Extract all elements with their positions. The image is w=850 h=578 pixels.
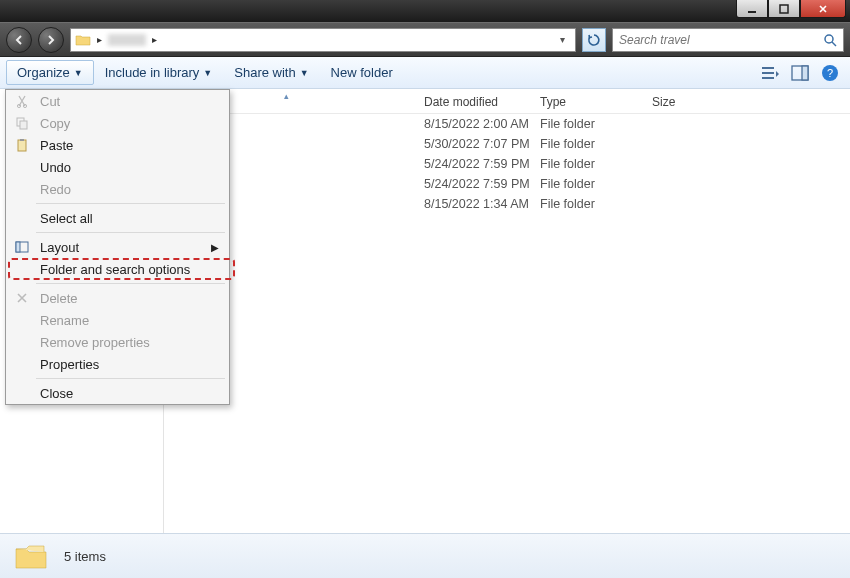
- breadcrumb-arrow-icon[interactable]: ▸: [150, 34, 159, 45]
- column-header-type[interactable]: Type: [540, 95, 652, 109]
- cell-date: 5/24/2022 7:59 PM: [424, 177, 540, 191]
- maximize-button[interactable]: [768, 0, 800, 18]
- address-dropdown-icon[interactable]: ▾: [553, 34, 571, 45]
- svg-line-3: [832, 42, 836, 46]
- chevron-down-icon: ▼: [300, 68, 309, 78]
- back-button[interactable]: [6, 27, 32, 53]
- svg-rect-14: [20, 121, 27, 129]
- status-item-count: 5 items: [64, 549, 106, 564]
- refresh-button[interactable]: [582, 28, 606, 52]
- search-icon: [823, 33, 837, 47]
- cell-type: File folder: [540, 137, 652, 151]
- cell-date: 5/24/2022 7:59 PM: [424, 157, 540, 171]
- menu-label: Close: [40, 386, 73, 401]
- close-button[interactable]: [800, 0, 846, 18]
- search-input[interactable]: [619, 33, 823, 47]
- menu-label: Cut: [40, 94, 60, 109]
- svg-text:?: ?: [827, 67, 833, 79]
- cell-type: File folder: [540, 157, 652, 171]
- svg-rect-8: [802, 66, 808, 80]
- status-bar: 5 items: [0, 533, 850, 578]
- copy-icon: [14, 115, 30, 131]
- menu-item-select-all[interactable]: Select all: [6, 207, 229, 229]
- menu-label: Folder and search options: [40, 262, 190, 277]
- svg-rect-18: [16, 242, 20, 252]
- navigation-bar: ▸ ▸ ▾: [0, 22, 850, 57]
- include-in-library-button[interactable]: Include in library ▼: [94, 60, 224, 85]
- menu-label: Rename: [40, 313, 89, 328]
- menu-item-layout[interactable]: Layout ▶: [6, 236, 229, 258]
- menu-item-rename[interactable]: Rename: [6, 309, 229, 331]
- table-row[interactable]: family 8/15/2022 2:00 AM File folder: [164, 114, 850, 134]
- menu-separator: [36, 203, 225, 204]
- svg-rect-15: [18, 140, 26, 151]
- share-label: Share with: [234, 65, 295, 80]
- chevron-down-icon: ▼: [203, 68, 212, 78]
- breadcrumb-item[interactable]: [108, 34, 146, 46]
- table-row[interactable]: 5/24/2022 7:59 PM File folder: [164, 154, 850, 174]
- menu-item-redo[interactable]: Redo: [6, 178, 229, 200]
- folder-icon: [14, 541, 48, 571]
- cell-date: 8/15/2022 2:00 AM: [424, 117, 540, 131]
- table-row[interactable]: 5/30/2022 7:07 PM File folder: [164, 134, 850, 154]
- layout-icon: [14, 239, 30, 255]
- search-box[interactable]: [612, 28, 844, 52]
- svg-rect-5: [762, 72, 774, 74]
- menu-item-folder-options[interactable]: Folder and search options: [6, 258, 229, 280]
- sort-indicator-icon: ▴: [284, 91, 289, 101]
- menu-item-cut[interactable]: Cut: [6, 90, 229, 112]
- menu-item-copy[interactable]: Copy: [6, 112, 229, 134]
- menu-item-undo[interactable]: Undo: [6, 156, 229, 178]
- menu-separator: [36, 378, 225, 379]
- help-button[interactable]: ?: [820, 63, 840, 83]
- cell-date: 5/30/2022 7:07 PM: [424, 137, 540, 151]
- file-rows: family 8/15/2022 2:00 AM File folder 5/3…: [164, 114, 850, 214]
- table-row[interactable]: 5/24/2022 7:59 PM File folder: [164, 174, 850, 194]
- address-bar[interactable]: ▸ ▸ ▾: [70, 28, 576, 52]
- menu-item-remove-properties[interactable]: Remove properties: [6, 331, 229, 353]
- file-list-pane[interactable]: ▴ Date modified Type Size family 8/15/20…: [164, 89, 850, 533]
- breadcrumb-arrow-icon[interactable]: ▸: [95, 34, 104, 45]
- delete-icon: [14, 290, 30, 306]
- include-label: Include in library: [105, 65, 200, 80]
- window-titlebar: [0, 0, 850, 22]
- menu-label: Undo: [40, 160, 71, 175]
- organize-menu: Cut Copy Paste Undo Redo Select all Layo…: [5, 89, 230, 405]
- newfolder-label: New folder: [331, 65, 393, 80]
- menu-label: Paste: [40, 138, 73, 153]
- organize-button[interactable]: Organize ▼: [6, 60, 94, 85]
- menu-item-close[interactable]: Close: [6, 382, 229, 404]
- column-headers[interactable]: ▴ Date modified Type Size: [164, 89, 850, 114]
- menu-label: Remove properties: [40, 335, 150, 350]
- menu-label: Copy: [40, 116, 70, 131]
- chevron-down-icon: ▼: [74, 68, 83, 78]
- cell-type: File folder: [540, 197, 652, 211]
- svg-rect-1: [780, 5, 788, 13]
- menu-separator: [36, 283, 225, 284]
- command-bar: Organize ▼ Include in library ▼ Share wi…: [0, 57, 850, 89]
- svg-rect-0: [748, 11, 756, 13]
- view-options-button[interactable]: [760, 63, 780, 83]
- svg-point-2: [825, 35, 833, 43]
- preview-pane-button[interactable]: [790, 63, 810, 83]
- forward-button[interactable]: [38, 27, 64, 53]
- table-row[interactable]: 2 8/15/2022 1:34 AM File folder: [164, 194, 850, 214]
- menu-item-delete[interactable]: Delete: [6, 287, 229, 309]
- menu-item-properties[interactable]: Properties: [6, 353, 229, 375]
- cell-type: File folder: [540, 117, 652, 131]
- menu-label: Redo: [40, 182, 71, 197]
- menu-label: Properties: [40, 357, 99, 372]
- menu-item-paste[interactable]: Paste: [6, 134, 229, 156]
- menu-label: Layout: [40, 240, 79, 255]
- minimize-button[interactable]: [736, 0, 768, 18]
- svg-rect-16: [20, 139, 24, 141]
- folder-icon: [75, 32, 91, 48]
- new-folder-button[interactable]: New folder: [320, 60, 404, 85]
- organize-label: Organize: [17, 65, 70, 80]
- column-header-date[interactable]: Date modified: [424, 95, 540, 109]
- share-with-button[interactable]: Share with ▼: [223, 60, 319, 85]
- cell-type: File folder: [540, 177, 652, 191]
- column-header-size[interactable]: Size: [652, 95, 732, 109]
- menu-label: Delete: [40, 291, 78, 306]
- svg-rect-4: [762, 67, 774, 69]
